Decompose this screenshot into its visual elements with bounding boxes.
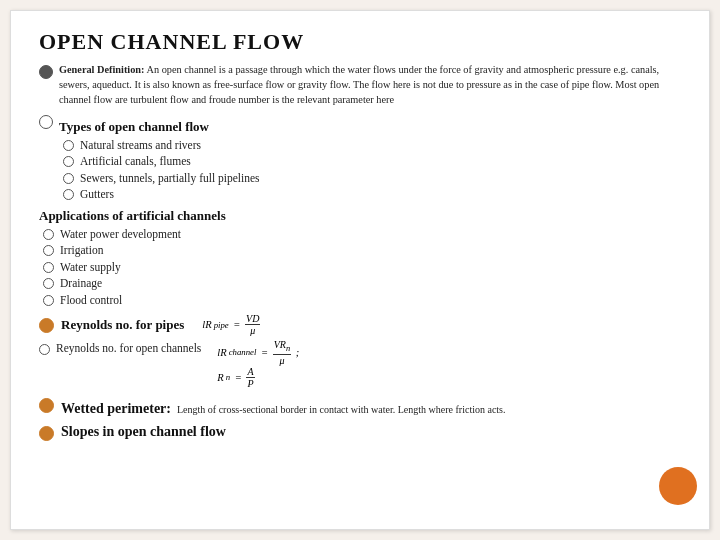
channels-formula-line1: lRchannel = VRn μ ;	[217, 339, 302, 365]
app-label-1: Water power development	[60, 227, 181, 243]
reynolds-channels-label: Reynolds no. for open channels	[56, 342, 201, 354]
sub-bullet-icon-1	[63, 140, 74, 151]
wetted-perimeter-row: Wetted perimeter: Length of cross-sectio…	[39, 395, 681, 417]
app-label-3: Water supply	[60, 260, 121, 276]
types-block: Types of open channel flow Natural strea…	[39, 114, 681, 204]
types-heading: Types of open channel flow	[59, 119, 260, 135]
bullet-icon-general	[39, 65, 53, 79]
sub-bullet-icon-app-2	[43, 245, 54, 256]
reynolds-channels-row: Reynolds no. for open channels lRchannel…	[39, 339, 681, 388]
sub-bullet-icon-3	[63, 173, 74, 184]
app-item-1: Water power development	[43, 227, 681, 243]
bullet-icon-wetted	[39, 398, 54, 413]
wetted-label: Wetted perimeter:	[61, 401, 171, 417]
slopes-row: Slopes in open channel flow	[39, 423, 681, 441]
sub-bullet-icon-2	[63, 156, 74, 167]
app-label-4: Drainage	[60, 276, 102, 292]
general-definition-text: General Definition: An open channel is a…	[59, 63, 681, 108]
frac-vrn-mu: VRn μ	[273, 339, 291, 365]
wetted-desc: Length of cross-sectional border in cont…	[177, 404, 506, 415]
app-item-4: Drainage	[43, 276, 681, 292]
type-label-3: Sewers, tunnels, partially full pipeline…	[80, 171, 260, 187]
frac-a-p: A P	[246, 366, 254, 389]
sub-bullet-icon-app-5	[43, 295, 54, 306]
type-item-4: Gutters	[63, 187, 260, 203]
sub-bullet-icon-app-1	[43, 229, 54, 240]
general-definition-label: General Definition:	[59, 64, 145, 75]
reynolds-pipes-formula: lRpipe = VD μ	[202, 313, 260, 336]
orange-circle-decoration	[659, 467, 697, 505]
type-item-3: Sewers, tunnels, partially full pipeline…	[63, 171, 260, 187]
sub-bullet-icon-app-3	[43, 262, 54, 273]
sub-bullet-icon-4	[63, 189, 74, 200]
app-label-2: Irrigation	[60, 243, 103, 259]
sub-bullet-icon-app-4	[43, 278, 54, 289]
app-item-2: Irrigation	[43, 243, 681, 259]
main-page: OPEN CHANNEL FLOW General Definition: An…	[10, 10, 710, 530]
reynolds-pipes-label: Reynolds no. for pipes	[61, 317, 184, 333]
type-label-2: Artificial canals, flumes	[80, 154, 191, 170]
channels-formula-line2: Rn = A P	[217, 366, 254, 389]
app-item-3: Water supply	[43, 260, 681, 276]
bullet-icon-reynolds-channels	[39, 344, 50, 355]
app-label-5: Flood control	[60, 293, 122, 309]
type-label-4: Gutters	[80, 187, 114, 203]
reynolds-channels-formula: lRchannel = VRn μ ; Rn = A P	[217, 339, 302, 388]
slopes-label: Slopes in open channel flow	[61, 424, 226, 440]
types-content: Types of open channel flow Natural strea…	[59, 114, 260, 204]
general-definition-body: An open channel is a passage through whi…	[59, 64, 659, 105]
reynolds-pipes-row: Reynolds no. for pipes lRpipe = VD μ	[39, 313, 681, 336]
app-item-5: Flood control	[43, 293, 681, 309]
type-item-2: Artificial canals, flumes	[63, 154, 260, 170]
type-item-1: Natural streams and rivers	[63, 138, 260, 154]
bullet-icon-types	[39, 115, 53, 129]
bullet-icon-slopes	[39, 426, 54, 441]
bullet-icon-reynolds-pipes	[39, 318, 54, 333]
applications-heading: Applications of artificial channels	[39, 208, 681, 224]
type-label-1: Natural streams and rivers	[80, 138, 201, 154]
general-definition-block: General Definition: An open channel is a…	[39, 63, 681, 108]
frac-vd-mu: VD μ	[245, 313, 260, 336]
page-title: OPEN CHANNEL FLOW	[39, 29, 681, 55]
